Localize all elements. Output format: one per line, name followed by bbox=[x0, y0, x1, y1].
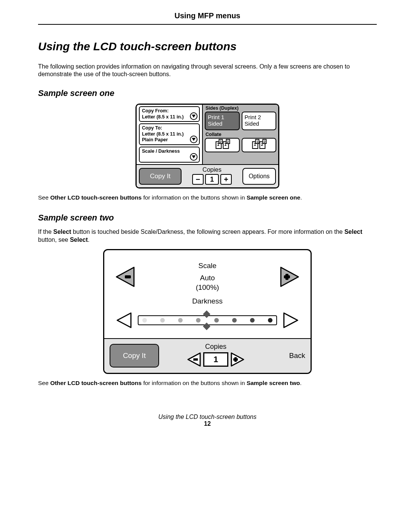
copy-to-label: Copy To: bbox=[142, 125, 162, 131]
scale-darkness-field[interactable]: Scale / Darkness bbox=[139, 147, 200, 163]
print-1-sided-label: Print 1Sided bbox=[208, 114, 224, 127]
scale-increase-button[interactable] bbox=[279, 266, 301, 288]
collate-option-11-22[interactable]: 1 2 bbox=[242, 138, 277, 152]
copy-to-value: Letter (8.5 x 11 in.) bbox=[142, 131, 184, 137]
scale-decrease-button[interactable] bbox=[114, 266, 135, 288]
section-heading-two: Sample screen two bbox=[38, 213, 377, 223]
sample-screen-two: Scale Auto (100%) Darkness bbox=[103, 249, 312, 374]
dropdown-icon[interactable] bbox=[190, 153, 198, 161]
copies-decrease-button[interactable] bbox=[186, 351, 202, 367]
back-button[interactable]: Back bbox=[272, 344, 305, 367]
copies-label: Copies bbox=[164, 343, 267, 351]
svg-rect-8 bbox=[193, 358, 198, 361]
section-heading-one: Sample screen one bbox=[38, 88, 377, 98]
print-2-sided-label: Print 2Sided bbox=[245, 114, 261, 127]
darkness-slider[interactable] bbox=[138, 315, 277, 325]
copy-from-label: Copy From: bbox=[142, 108, 169, 113]
print-2-sided-button[interactable]: Print 2Sided bbox=[242, 112, 277, 131]
svg-rect-1 bbox=[125, 275, 131, 278]
page-number: 12 bbox=[38, 420, 377, 427]
darkness-dot bbox=[142, 318, 147, 323]
darkness-thumb-icon bbox=[203, 310, 210, 318]
page-title: Using the LCD touch-screen buttons bbox=[38, 40, 377, 53]
footer-title: Using the LCD touch-screen buttons bbox=[38, 414, 377, 420]
dropdown-icon[interactable] bbox=[190, 112, 198, 120]
screen-two-lead: If the Select button is touched beside S… bbox=[38, 228, 377, 244]
screen-one-caption: See Other LCD touch-screen buttons for i… bbox=[38, 194, 377, 201]
collate-label: Collate bbox=[206, 132, 276, 137]
options-button[interactable]: Options bbox=[242, 168, 276, 185]
copies-label: Copies bbox=[185, 166, 239, 173]
dropdown-icon[interactable] bbox=[190, 136, 198, 143]
copy-it-button[interactable]: Copy It bbox=[110, 344, 159, 367]
darkness-dot bbox=[250, 318, 255, 323]
darkness-dot bbox=[214, 318, 219, 323]
darkness-dot bbox=[196, 318, 201, 323]
copies-decrease-button[interactable]: − bbox=[192, 174, 204, 185]
copy-to-media: Plain Paper bbox=[142, 137, 168, 142]
copy-it-button[interactable]: Copy It bbox=[139, 168, 182, 185]
sides-duplex-label: Sides (Duplex) bbox=[206, 105, 276, 111]
svg-marker-6 bbox=[284, 313, 298, 328]
darkness-increase-button[interactable] bbox=[282, 311, 301, 330]
darkness-dot bbox=[268, 318, 272, 323]
copy-from-value: Letter (8.5 x 11 in.) bbox=[142, 114, 184, 120]
copies-value: 1 bbox=[205, 174, 219, 185]
scale-auto: Auto bbox=[196, 273, 219, 283]
svg-marker-5 bbox=[117, 313, 131, 328]
darkness-thumb-icon bbox=[203, 323, 210, 330]
copy-to-field[interactable]: Copy To: Letter (8.5 x 11 in.) Plain Pap… bbox=[139, 123, 200, 145]
darkness-dot bbox=[178, 318, 183, 323]
sample-screen-one: Copy From: Letter (8.5 x 11 in.) Copy To… bbox=[135, 104, 279, 189]
svg-rect-4 bbox=[285, 274, 288, 280]
darkness-decrease-button[interactable] bbox=[114, 311, 133, 330]
print-1-sided-button[interactable]: Print 1Sided bbox=[205, 112, 240, 131]
copies-increase-button[interactable] bbox=[230, 351, 246, 367]
intro-paragraph: The following section provides informati… bbox=[38, 63, 377, 78]
chapter-title: Using MFP menus bbox=[38, 11, 377, 20]
copies-value: 1 bbox=[203, 352, 228, 367]
scale-label: Scale bbox=[196, 261, 219, 271]
darkness-dot bbox=[232, 318, 237, 323]
copy-from-field[interactable]: Copy From: Letter (8.5 x 11 in.) bbox=[139, 106, 200, 122]
divider bbox=[38, 24, 377, 25]
scale-percent: (100%) bbox=[196, 283, 219, 292]
copies-increase-button[interactable]: + bbox=[220, 174, 232, 185]
darkness-dot bbox=[160, 318, 165, 323]
collate-option-12-12[interactable]: 2 2 bbox=[205, 138, 240, 152]
screen-two-caption: See Other LCD touch-screen buttons for i… bbox=[38, 379, 377, 387]
darkness-label: Darkness bbox=[192, 297, 223, 305]
svg-rect-11 bbox=[234, 357, 237, 362]
scale-darkness-label: Scale / Darkness bbox=[142, 149, 180, 154]
